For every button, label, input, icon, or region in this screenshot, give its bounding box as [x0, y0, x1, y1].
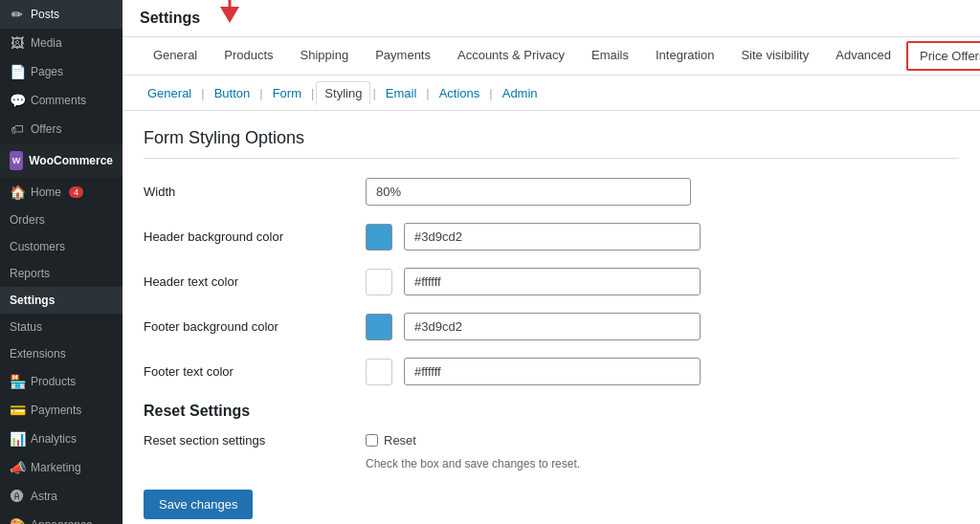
header-text-color-label: Header text color: [144, 274, 354, 289]
sub-tab-email[interactable]: Email: [378, 82, 425, 104]
header-bg-color-input[interactable]: [404, 223, 701, 251]
footer-text-color-row: Footer text color: [144, 358, 959, 385]
footer-bg-color-row: Footer background color: [144, 313, 959, 340]
reset-section-title: Reset Settings: [144, 403, 959, 420]
header-bg-color-swatch[interactable]: [366, 224, 392, 251]
header-text-color-swatch[interactable]: [366, 269, 392, 295]
tab-price-offers[interactable]: Price Offers: [906, 41, 980, 71]
footer-bg-color-swatch[interactable]: [366, 314, 392, 340]
offers-icon: 🏷: [10, 121, 25, 137]
sidebar-item-settings[interactable]: Settings: [0, 287, 122, 314]
settings-content: Form Styling Options Width Header backgr…: [122, 111, 980, 524]
sidebar-label-reports: Reports: [10, 267, 50, 280]
media-icon: 🖼: [10, 35, 25, 51]
tab-products[interactable]: Products: [211, 38, 286, 74]
sidebar-item-appearance[interactable]: 🎨 Appearance: [0, 511, 122, 524]
sidebar-label-home: Home: [31, 186, 61, 199]
appearance-icon: 🎨: [10, 517, 25, 524]
tab-payments[interactable]: Payments: [362, 38, 444, 74]
marketing-icon: 📣: [10, 460, 25, 475]
sidebar-item-astra[interactable]: 🅐 Astra: [0, 482, 122, 511]
sidebar-label-offers: Offers: [31, 122, 61, 136]
sidebar-item-media[interactable]: 🖼 Media: [0, 29, 122, 57]
products-icon: 🏪: [10, 374, 25, 389]
reset-checkbox-line: Reset: [366, 433, 416, 448]
woocommerce-brand[interactable]: W WooCommerce: [0, 143, 122, 178]
tab-site-visibility[interactable]: Site visibility: [727, 38, 822, 74]
sub-tab-actions[interactable]: Actions: [432, 82, 488, 104]
sidebar-label-media: Media: [31, 36, 62, 50]
home-icon: 🏠: [10, 185, 25, 200]
sidebar-label-posts: Posts: [31, 8, 59, 21]
header-text-color-input[interactable]: [404, 268, 701, 295]
sidebar-label-customers: Customers: [10, 240, 65, 253]
sidebar-label-appearance: Appearance: [31, 518, 93, 524]
reset-checkbox-label: Reset: [384, 433, 416, 448]
payments-icon: 💳: [10, 403, 25, 418]
reset-checkbox[interactable]: [366, 434, 378, 447]
reset-settings-row: Reset section settings Reset Check the b…: [144, 433, 959, 470]
header-bg-color-label: Header background color: [144, 229, 354, 244]
footer-bg-color-label: Footer background color: [144, 319, 354, 334]
sidebar-item-status[interactable]: Status: [0, 314, 122, 340]
header-bg-color-row: Header background color: [144, 223, 959, 251]
sub-tab-button[interactable]: Button: [207, 82, 258, 104]
tab-general[interactable]: General: [140, 38, 211, 74]
sidebar: ✏ Posts 🖼 Media 📄 Pages 💬 Comments 🏷 Off…: [0, 0, 122, 524]
sidebar-item-pages[interactable]: 📄 Pages: [0, 57, 122, 86]
sub-tab-admin[interactable]: Admin: [495, 82, 546, 104]
main-content: Settings General Products Shipping Payme…: [122, 0, 980, 524]
tab-shipping[interactable]: Shipping: [287, 38, 363, 74]
sidebar-item-payments[interactable]: 💳 Payments: [0, 396, 122, 425]
page-title: Settings: [140, 10, 200, 26]
sidebar-label-payments: Payments: [31, 404, 81, 417]
footer-text-color-label: Footer text color: [144, 364, 354, 379]
tab-integration[interactable]: Integration: [642, 38, 727, 74]
sidebar-item-home[interactable]: 🏠 Home 4: [0, 178, 122, 207]
sidebar-item-analytics[interactable]: 📊 Analytics: [0, 425, 122, 453]
woocommerce-logo: W: [10, 151, 23, 170]
tab-emails[interactable]: Emails: [578, 38, 642, 74]
sidebar-item-customers[interactable]: Customers: [0, 233, 122, 260]
sidebar-item-reports[interactable]: Reports: [0, 260, 122, 287]
width-label: Width: [144, 185, 354, 199]
width-input[interactable]: [366, 178, 691, 206]
sub-tabs: General | Button | Form | Styling | Emai…: [122, 76, 980, 111]
footer-text-color-input[interactable]: [404, 358, 701, 385]
sub-tab-form[interactable]: Form: [265, 82, 309, 104]
sidebar-label-pages: Pages: [31, 65, 63, 78]
home-badge: 4: [69, 186, 83, 198]
sidebar-item-extensions[interactable]: Extensions: [0, 340, 122, 367]
sidebar-item-posts[interactable]: ✏ Posts: [0, 0, 122, 29]
reset-hint: Check the box and save changes to reset.: [366, 457, 580, 470]
sub-tab-styling[interactable]: Styling: [316, 81, 370, 105]
woocommerce-label: WooCommerce: [29, 154, 113, 167]
sidebar-label-astra: Astra: [31, 490, 57, 503]
analytics-icon: 📊: [10, 431, 25, 447]
sidebar-label-comments: Comments: [31, 94, 86, 107]
sidebar-label-status: Status: [10, 320, 42, 334]
sidebar-item-comments[interactable]: 💬 Comments: [0, 86, 122, 115]
sidebar-label-products: Products: [31, 375, 76, 388]
sub-tab-general[interactable]: General: [140, 82, 199, 104]
sidebar-label-settings: Settings: [10, 294, 55, 307]
tab-accounts-privacy[interactable]: Accounts & Privacy: [444, 38, 578, 74]
pages-icon: 📄: [10, 64, 25, 79]
tab-advanced[interactable]: Advanced: [822, 38, 904, 74]
comments-icon: 💬: [10, 93, 25, 108]
header-text-color-row: Header text color: [144, 268, 959, 295]
sidebar-item-marketing[interactable]: 📣 Marketing: [0, 453, 122, 482]
sidebar-item-orders[interactable]: Orders: [0, 207, 122, 233]
page-header: Settings: [122, 0, 980, 37]
footer-text-color-swatch[interactable]: [366, 359, 392, 385]
footer-bg-color-input[interactable]: [404, 313, 701, 340]
sidebar-item-products[interactable]: 🏪 Products: [0, 367, 122, 396]
sidebar-label-orders: Orders: [10, 213, 45, 227]
form-section-title: Form Styling Options: [144, 128, 959, 159]
main-tabs: General Products Shipping Payments Accou…: [122, 37, 980, 76]
astra-icon: 🅐: [10, 489, 25, 504]
sidebar-label-extensions: Extensions: [10, 347, 66, 360]
width-row: Width: [144, 178, 959, 206]
save-changes-button[interactable]: Save changes: [144, 490, 253, 519]
sidebar-item-offers[interactable]: 🏷 Offers: [0, 115, 122, 143]
